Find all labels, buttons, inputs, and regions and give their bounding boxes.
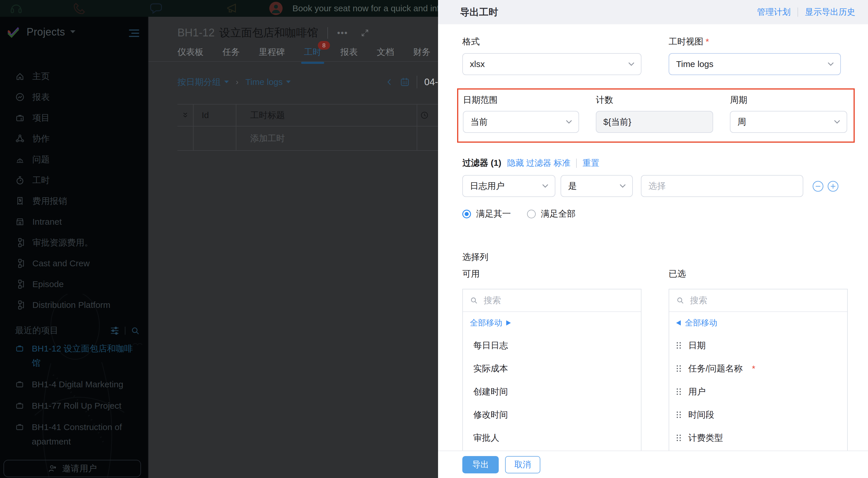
filter-operator-select[interactable]: 是 xyxy=(561,175,633,197)
recent-project-label: BH1-41 Construction of apartment xyxy=(32,420,139,449)
selected-column-item[interactable]: 日期 xyxy=(669,334,847,357)
selected-label: 已选 xyxy=(669,268,686,280)
workflow-icon xyxy=(15,300,25,310)
selected-column-item[interactable]: 时间段 xyxy=(669,403,847,426)
recent-project-item[interactable]: BH1-41 Construction of apartment xyxy=(0,416,148,452)
stopwatch-icon xyxy=(15,175,25,185)
period-select[interactable]: 周 xyxy=(730,111,847,133)
filter-sliders-icon[interactable] xyxy=(110,326,120,335)
count-value: ${当前} xyxy=(603,116,631,128)
group-by-dropdown[interactable]: 按日期分组 xyxy=(178,76,229,88)
count-input-disabled: ${当前} xyxy=(596,111,713,133)
hide-filter-criteria-link[interactable]: 隐藏 过滤器 标准 xyxy=(507,157,570,169)
tab-documents[interactable]: 文档 xyxy=(377,46,394,58)
tab-tasks[interactable]: 任务 xyxy=(222,46,240,58)
move-all-left-link[interactable]: 全部移动 xyxy=(669,312,847,334)
sidebar-item-projects[interactable]: 项目 xyxy=(0,107,148,128)
available-column-item[interactable]: 每日日志 xyxy=(463,334,641,357)
tab-finance[interactable]: 财务 xyxy=(413,46,431,58)
cancel-button[interactable]: 取消 xyxy=(505,456,540,473)
period-label: 周期 xyxy=(730,94,747,106)
move-all-right-link[interactable]: 全部移动 xyxy=(463,312,641,334)
calendar-icon[interactable] xyxy=(400,77,410,87)
sidebar-item-timesheet[interactable]: 工时 xyxy=(0,170,148,191)
drag-handle-icon[interactable] xyxy=(676,411,681,418)
add-filter-icon[interactable] xyxy=(828,181,839,192)
storefront-icon xyxy=(15,217,25,227)
sidebar-item-reports[interactable]: 报表 xyxy=(0,87,148,107)
expand-icon[interactable] xyxy=(361,29,369,37)
selected-column-item[interactable]: 用户 xyxy=(669,380,847,403)
remove-filter-icon[interactable] xyxy=(812,181,824,192)
filter-field-select[interactable]: 日志用户 xyxy=(462,175,555,197)
more-actions-icon[interactable]: ••• xyxy=(337,28,348,38)
date-range-select[interactable]: 当前 xyxy=(463,111,579,133)
available-search-input[interactable] xyxy=(483,295,634,306)
reset-filter-link[interactable]: 重置 xyxy=(583,157,599,169)
column-header-title[interactable]: 工时标题 xyxy=(236,104,417,126)
export-button[interactable]: 导出 xyxy=(462,456,499,473)
show-export-history-link[interactable]: 显示导出历史 xyxy=(805,6,855,18)
issue-alarm-icon xyxy=(15,155,25,164)
brand-name[interactable]: Projects xyxy=(27,26,65,38)
tab-label: 工时 xyxy=(304,47,321,57)
invite-user-label: 邀请用户 xyxy=(62,463,97,475)
sidebar-item-episode[interactable]: Episode xyxy=(0,274,148,295)
recent-project-item[interactable]: BH1-4 Digital Marketing xyxy=(0,374,148,395)
caret-down-icon xyxy=(286,81,291,84)
column-header-id[interactable]: Id xyxy=(194,104,236,126)
recent-project-item[interactable]: BH1-12 设立面包店和咖啡馆 xyxy=(0,338,148,374)
drag-handle-icon[interactable] xyxy=(676,388,681,395)
clock-icon xyxy=(420,111,429,120)
sidebar-item-label: Cast and Crew xyxy=(32,258,90,268)
available-column-item[interactable]: 修改时间 xyxy=(463,403,641,426)
search-icon[interactable] xyxy=(131,326,140,335)
format-select[interactable]: xlsx xyxy=(462,53,642,75)
sidebar-collapse-icon[interactable] xyxy=(128,29,140,37)
sidebar-item-approve-resource-cost[interactable]: 审批资源费用。 xyxy=(0,232,148,253)
double-chevron-down-icon[interactable] xyxy=(182,111,189,119)
tab-dashboard[interactable]: 仪表板 xyxy=(178,46,204,58)
view-dropdown[interactable]: Time logs xyxy=(245,77,291,87)
available-column-item[interactable]: 审批人 xyxy=(463,426,641,449)
tab-milestones[interactable]: 里程碑 xyxy=(259,46,285,58)
date-range-value[interactable]: 04- xyxy=(424,76,438,88)
briefcase-icon xyxy=(15,401,24,410)
brand-caret-down-icon[interactable] xyxy=(70,30,75,34)
sidebar-item-distribution-platform[interactable]: Distribution Platform xyxy=(0,295,148,315)
sidebar-item-issues[interactable]: 问题 xyxy=(0,149,148,170)
group-by-label: 按日期分组 xyxy=(178,76,221,88)
sidebar-item-cast-and-crew[interactable]: Cast and Crew xyxy=(0,253,148,274)
selected-search-input[interactable] xyxy=(689,295,840,306)
available-label: 可用 xyxy=(462,268,479,280)
match-all-radio[interactable]: 满足全部 xyxy=(527,208,576,220)
chevron-down-icon xyxy=(628,62,634,66)
date-range-value: 当前 xyxy=(470,116,488,128)
sidebar-item-collaboration[interactable]: 协作 xyxy=(0,128,148,149)
available-column-item[interactable]: 实际成本 xyxy=(463,357,641,380)
timesheet-view-select[interactable]: Time logs xyxy=(669,53,841,75)
sidebar-item-label: 问题 xyxy=(32,154,50,165)
invite-user-button[interactable]: 邀请用户 xyxy=(3,460,141,477)
selected-column-item[interactable]: 计费类型 xyxy=(669,426,847,449)
sidebar-item-intranet[interactable]: Intranet xyxy=(0,212,148,232)
sidebar-item-expense[interactable]: 费用报销 xyxy=(0,191,148,212)
project-id: BH1-12 xyxy=(178,27,215,39)
manage-plan-link[interactable]: 管理计划 xyxy=(757,6,790,18)
recent-project-item[interactable]: BH1-77 Roll Up Project xyxy=(0,395,148,416)
match-any-radio[interactable]: 满足其一 xyxy=(462,208,511,220)
available-column-item[interactable]: 创建时间 xyxy=(463,380,641,403)
tab-timesheet[interactable]: 工时8 xyxy=(304,46,321,58)
sidebar-item-home[interactable]: 主页 xyxy=(0,66,148,87)
panel-footer: 导出 取消 xyxy=(438,451,868,478)
add-timelog-row[interactable]: 添加工时 xyxy=(236,127,417,150)
drag-handle-icon[interactable] xyxy=(676,434,681,442)
chevron-left-icon[interactable] xyxy=(385,78,393,86)
tab-reports[interactable]: 报表 xyxy=(340,46,358,58)
filter-value-input[interactable] xyxy=(641,175,803,197)
drag-handle-icon[interactable] xyxy=(676,365,681,372)
briefcase-icon xyxy=(15,422,24,432)
selected-column-item[interactable]: 任务/问题名称 * xyxy=(669,357,847,380)
drag-handle-icon[interactable] xyxy=(676,342,681,349)
timelog-table: Id 工时标题 添加工时 xyxy=(178,104,438,151)
